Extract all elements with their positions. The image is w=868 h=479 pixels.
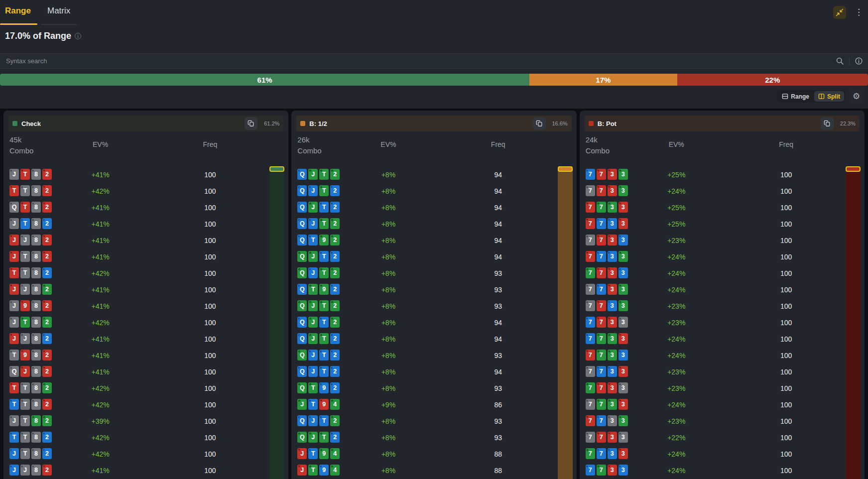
combo-row[interactable]: ♦7♥7♥3♣3+25%100 bbox=[580, 166, 865, 183]
card-8s: ♠8 bbox=[31, 185, 41, 196]
combo-row[interactable]: ♠Q♥J♠8♥2+41%100 bbox=[3, 363, 288, 380]
combo-row[interactable]: ♠7♦7♥3♣3+24%100 bbox=[580, 281, 865, 298]
combo-row[interactable]: ♦7♣7♥3♦3+24%100 bbox=[580, 462, 865, 479]
combo-row[interactable]: ♦Q♦J♣T♣2+8%94 bbox=[291, 216, 576, 232]
card-7d: ♦7 bbox=[597, 284, 606, 295]
combo-row[interactable]: ♠J♦T♠8♦2+41%100 bbox=[3, 216, 288, 232]
combo-row[interactable]: ♣Q♦J♦T♦2+8%93 bbox=[291, 347, 576, 363]
combo-row[interactable]: ♠J♠T♣8♣2+39%100 bbox=[3, 413, 288, 429]
combo-row[interactable]: ♦Q♦J♦T♣2+8%93 bbox=[291, 413, 576, 429]
combo-row[interactable]: ♦T♠T♠8♦2+42%100 bbox=[3, 429, 288, 446]
freq-scrollbar-handle[interactable] bbox=[269, 166, 284, 172]
combo-row[interactable]: ♣7♥7♥3♦3+24%100 bbox=[580, 265, 865, 281]
panel-header: B: Pot 22.3% bbox=[585, 116, 860, 131]
combo-column-header[interactable]: Combo bbox=[9, 146, 33, 155]
combo-row[interactable]: ♦Q♦T♣9♣2+8%94 bbox=[291, 232, 576, 248]
view-range-button[interactable]: Range bbox=[778, 91, 813, 102]
combo-row[interactable]: ♦Q♣J♦T♣2+8%94 bbox=[291, 314, 576, 331]
combo-row[interactable]: ♣Q♣J♣T♦2+8%93 bbox=[291, 429, 576, 446]
freq-scrollbar[interactable] bbox=[846, 166, 861, 479]
combo-row[interactable]: ♥7♣7♣3♥3+25%100 bbox=[580, 199, 865, 216]
freq-column-header[interactable]: Freq bbox=[779, 140, 793, 148]
combo-row[interactable]: ♦J♠T♠8♦2+42%100 bbox=[3, 446, 288, 462]
ev-column-header[interactable]: EV% bbox=[380, 140, 396, 148]
kebab-menu-icon[interactable]: ⋮ bbox=[855, 7, 863, 18]
view-split-button[interactable]: Split bbox=[814, 91, 844, 102]
dist-segment-bet-half[interactable]: 17% bbox=[529, 74, 677, 86]
copy-button[interactable] bbox=[245, 117, 257, 130]
combo-row[interactable]: ♦7♣7♣3♥3+24%100 bbox=[580, 331, 865, 347]
combo-row[interactable]: ♠J♣T♠8♣2+42%100 bbox=[3, 314, 288, 331]
combo-row[interactable]: ♦Q♣J♦T♦2+8%94 bbox=[291, 199, 576, 216]
combo-column-header[interactable]: Combo bbox=[297, 146, 321, 155]
combo-row[interactable]: ♥J♦T♣9♣4+8%88 bbox=[291, 446, 576, 462]
combo-row[interactable]: ♥J♠T♠8♥2+41%100 bbox=[3, 248, 288, 265]
combo-row[interactable]: ♠7♥7♥3♣3+24%100 bbox=[580, 183, 865, 199]
title-info-icon[interactable]: i bbox=[75, 33, 81, 39]
combo-row[interactable]: ♥7♦7♦3♣3+24%100 bbox=[580, 248, 865, 265]
combo-row[interactable]: ♦Q♣J♣T♣2+8%94 bbox=[291, 166, 576, 183]
combo-row[interactable]: ♠Q♥T♠8♥2+41%100 bbox=[3, 199, 288, 216]
collapse-view-button[interactable] bbox=[833, 6, 846, 19]
dist-segment-bet-pot[interactable]: 22% bbox=[677, 74, 868, 86]
combo-row[interactable]: ♠7♣7♣3♥3+24%100 bbox=[580, 396, 865, 413]
copy-button[interactable] bbox=[533, 117, 546, 130]
freq-scrollbar-handle[interactable] bbox=[558, 166, 573, 172]
combo-row[interactable]: ♠7♥7♥3♠3+22%100 bbox=[580, 429, 865, 446]
card-9c: ♣9 bbox=[319, 448, 329, 459]
freq-column-header[interactable]: Freq bbox=[491, 140, 505, 148]
ev-column-header[interactable]: EV% bbox=[669, 140, 684, 148]
freq-scrollbar-handle[interactable] bbox=[846, 166, 861, 172]
combo-row[interactable]: ♥T♠T♠8♣2+42%100 bbox=[3, 380, 288, 396]
combo-row[interactable]: ♣Q♣J♣T♣2+8%93 bbox=[291, 298, 576, 314]
combo-row[interactable]: ♥J♠J♠8♥2+41%100 bbox=[3, 232, 288, 248]
combo-cards: ♦Q♦J♦T♣2 bbox=[297, 415, 340, 426]
ev-column-header[interactable]: EV% bbox=[93, 140, 108, 148]
combo-row[interactable]: ♥7♣7♣3♦3+24%100 bbox=[580, 347, 865, 363]
card-3s: ♠3 bbox=[608, 415, 617, 426]
dist-segment-check[interactable]: 61% bbox=[0, 74, 529, 86]
combo-row[interactable]: ♥T♠T♠8♦2+42%100 bbox=[3, 265, 288, 281]
card-7h: ♥7 bbox=[597, 317, 606, 328]
syntax-search-input[interactable] bbox=[0, 57, 836, 65]
card-Js: ♠J bbox=[20, 284, 30, 295]
search-icon[interactable] bbox=[836, 57, 844, 65]
combo-row[interactable]: ♦T♠T♠8♥2+42%100 bbox=[3, 396, 288, 413]
tab-range[interactable]: Range bbox=[5, 6, 31, 16]
freq-column-header[interactable]: Freq bbox=[203, 140, 218, 148]
settings-gear-icon[interactable]: ⚙ bbox=[850, 90, 863, 103]
combo-row[interactable]: ♣7♥7♥3♠3+23%100 bbox=[580, 380, 865, 396]
card-Th: ♥T bbox=[9, 382, 19, 393]
combo-row[interactable]: ♠7♥7♦3♣3+23%100 bbox=[580, 298, 865, 314]
card-9h: ♥9 bbox=[319, 399, 329, 410]
combo-row[interactable]: ♥7♦7♠3♣3+23%100 bbox=[580, 413, 865, 429]
combo-row[interactable]: ♦Q♣J♣T♦2+8%94 bbox=[291, 331, 576, 347]
combo-row[interactable]: ♦Q♣T♣9♦2+8%93 bbox=[291, 281, 576, 298]
card-2d: ♦2 bbox=[42, 448, 52, 459]
freq-scrollbar[interactable] bbox=[558, 166, 573, 479]
combo-row[interactable]: ♦7♥7♥3♠3+23%100 bbox=[580, 314, 865, 331]
combo-row[interactable]: ♥J♠J♠8♣2+41%100 bbox=[3, 281, 288, 298]
combo-row[interactable]: ♣J♦T♥9♣4+9%86 bbox=[291, 396, 576, 413]
combo-row[interactable]: ♣7♦7♦3♥3+24%100 bbox=[580, 446, 865, 462]
combo-row[interactable]: ♣Q♦J♣T♣2+8%93 bbox=[291, 265, 576, 281]
combo-row[interactable]: ♠J♥9♠8♥2+41%100 bbox=[3, 298, 288, 314]
combo-column-header[interactable]: Combo bbox=[586, 146, 610, 155]
combo-row[interactable]: ♣Q♣J♦T♦2+8%94 bbox=[291, 248, 576, 265]
tab-matrix[interactable]: Matrix bbox=[47, 6, 70, 16]
combo-row[interactable]: ♦J♠J♠8♥2+41%100 bbox=[3, 462, 288, 479]
combo-row[interactable]: ♥T♠T♠8♥2+42%100 bbox=[3, 183, 288, 199]
combo-row[interactable]: ♥7♦7♦3♥3+25%100 bbox=[580, 216, 865, 232]
search-info-icon[interactable] bbox=[855, 57, 863, 65]
combo-row[interactable]: ♥J♣T♦9♣4+8%88 bbox=[291, 462, 576, 479]
freq-scrollbar[interactable] bbox=[269, 166, 284, 479]
combo-row[interactable]: ♥J♠J♠8♦2+41%100 bbox=[3, 331, 288, 347]
combo-row[interactable]: ♠T♥9♠8♥2+41%100 bbox=[3, 347, 288, 363]
combo-row[interactable]: ♠7♥7♥3♦3+23%100 bbox=[580, 232, 865, 248]
combo-row[interactable]: ♦Q♦J♣T♦2+8%94 bbox=[291, 183, 576, 199]
combo-row[interactable]: ♠7♦7♦3♥3+23%100 bbox=[580, 363, 865, 380]
combo-row[interactable]: ♣Q♣T♦9♦2+8%93 bbox=[291, 380, 576, 396]
combo-row[interactable]: ♦Q♦J♦T♦2+8%94 bbox=[291, 363, 576, 380]
combo-row[interactable]: ♠J♥T♠8♥2+41%100 bbox=[3, 166, 288, 183]
copy-button[interactable] bbox=[821, 117, 834, 130]
